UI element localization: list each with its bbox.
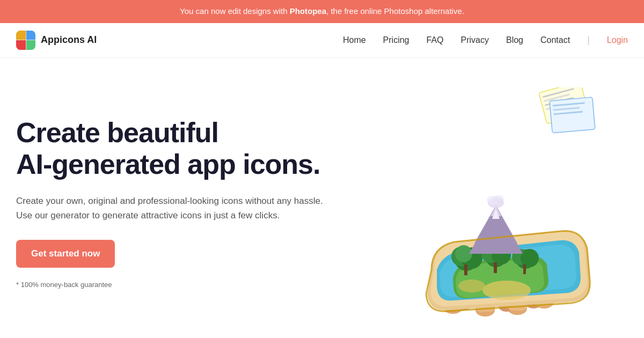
hero-text: Create beautiful AI-generated app icons.… [16,117,353,289]
banner-text-before: You can now edit designs with [180,6,290,16]
money-back-text: * 100% money-back guarantee [16,281,342,289]
nav-pricing[interactable]: Pricing [383,35,409,45]
hero-description: Create your own, original and profession… [16,194,327,223]
svg-point-24 [458,280,485,292]
nav-divider: | [587,34,590,45]
logo-text: Appicons AI [41,34,97,46]
svg-point-23 [482,281,531,300]
nav-contact[interactable]: Contact [540,35,570,45]
nav-login[interactable]: Login [607,35,628,45]
top-banner: You can now edit designs with Photopea, … [0,0,644,23]
nav-privacy[interactable]: Privacy [461,35,489,45]
hero-title: Create beautiful AI-generated app icons. [16,117,342,181]
logo-link[interactable]: Appicons AI [16,31,97,50]
svg-rect-29 [464,264,467,275]
svg-rect-5 [550,97,595,133]
svg-point-40 [493,195,504,203]
nav-blog[interactable]: Blog [506,35,523,45]
logo-icon [16,31,35,50]
svg-rect-37 [523,264,526,274]
nav-links: Home Pricing FAQ Privacy Blog Contact | … [343,34,628,46]
banner-highlight: Photopea [290,6,326,16]
hero-illustration [378,87,603,318]
hero-section: Create beautiful AI-generated app icons.… [0,58,644,337]
hero-image [353,87,628,318]
nav-faq[interactable]: FAQ [427,35,444,45]
cta-button[interactable]: Get started now [16,240,115,268]
svg-rect-33 [494,262,497,273]
svg-point-36 [521,249,539,267]
navbar: Appicons AI Home Pricing FAQ Privacy Blo… [0,23,644,58]
banner-text-after: , the free online Photoshop alternative. [326,6,464,16]
nav-home[interactable]: Home [343,35,366,45]
